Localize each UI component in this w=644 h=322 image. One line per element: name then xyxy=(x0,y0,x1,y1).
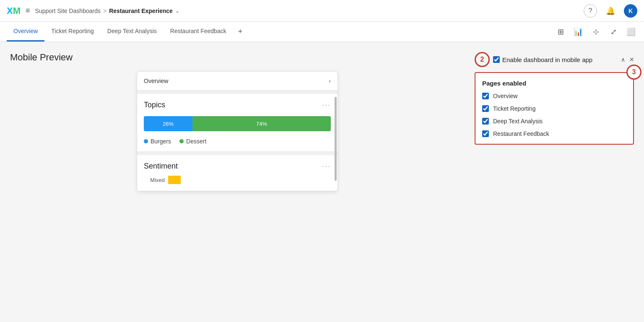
layout-icon[interactable]: ⊞ xyxy=(554,26,567,38)
chevron-up-icon[interactable]: ∧ xyxy=(621,56,625,63)
sentiment-title: Sentiment xyxy=(144,162,178,171)
legend-item-burgers: Burgers xyxy=(144,138,171,145)
top-nav: XM ≡ Support Site Dashboards > Restauran… xyxy=(0,0,644,22)
annotation-circle-3: 3 xyxy=(626,65,641,80)
add-tab-button[interactable]: + xyxy=(233,22,248,42)
breadcrumb-separator: > xyxy=(103,8,106,14)
sentiment-bar-yellow xyxy=(168,176,181,184)
legend-dot-green xyxy=(179,139,184,143)
page-name-deep-text-analysis: Deep Text Analysis xyxy=(493,118,543,125)
section-divider-2 xyxy=(137,152,338,155)
logo-m: M xyxy=(13,5,21,16)
tab-bar-left: Overview Ticket Reporting Deep Text Anal… xyxy=(7,22,247,42)
tab-overview[interactable]: Overview xyxy=(7,22,44,42)
pages-enabled-title: Pages enabled xyxy=(482,80,626,87)
bar-green: 74% xyxy=(192,116,331,131)
annotation-circle-2: 2 xyxy=(475,52,490,67)
sentiment-more-icon[interactable]: ··· xyxy=(322,162,331,171)
tab-bar-right: ⊞ 📊 ⊹ ⤢ ⬜ xyxy=(554,26,637,38)
avatar[interactable]: K xyxy=(624,4,637,18)
topics-bar-chart: 26% 74% xyxy=(144,116,331,131)
page-checkbox-deep-text-analysis[interactable] xyxy=(482,118,489,125)
mobile-frame: Overview › Topics ··· 26% 74% xyxy=(137,71,338,192)
topics-header: Topics ··· xyxy=(144,101,331,109)
logo-x: X xyxy=(7,5,13,16)
close-button[interactable]: × xyxy=(629,55,634,64)
enable-dashboard-row: 2 Enable dashboard in mobile app ∧ × xyxy=(475,52,634,67)
sentiment-bar-container xyxy=(168,176,331,184)
page-item-ticket-reporting: Ticket Reporting xyxy=(482,105,626,112)
topics-more-icon[interactable]: ··· xyxy=(322,101,331,109)
page-name-restaurant-feedback: Restaurant Feedback xyxy=(493,130,549,137)
page-item-restaurant-feedback: Restaurant Feedback xyxy=(482,130,626,137)
tab-ticket-reporting[interactable]: Ticket Reporting xyxy=(44,22,100,42)
chart-icon[interactable]: 📊 xyxy=(572,26,584,38)
breadcrumb-chevron-icon[interactable]: ⌄ xyxy=(175,8,179,14)
grid-icon[interactable]: ⊹ xyxy=(589,26,602,38)
breadcrumb-current[interactable]: Restaurant Experience xyxy=(109,8,173,14)
legend-label-dessert: Dessert xyxy=(186,138,206,145)
legend-label-burgers: Burgers xyxy=(151,138,171,145)
tab-deep-text-analysis[interactable]: Deep Text Analysis xyxy=(101,22,164,42)
section-divider xyxy=(137,91,338,94)
legend-item-dessert: Dessert xyxy=(179,138,206,145)
export-icon[interactable]: ⬜ xyxy=(625,26,637,38)
page-title: Mobile Preview xyxy=(10,52,465,63)
mobile-topics-section: Topics ··· 26% 74% Burgers xyxy=(137,94,338,152)
sentiment-header: Sentiment ··· xyxy=(144,162,331,171)
scrollbar-thumb xyxy=(335,97,337,181)
page-name-ticket-reporting: Ticket Reporting xyxy=(493,105,535,112)
sentiment-mixed-label: Mixed xyxy=(144,177,165,183)
right-panel: 2 Enable dashboard in mobile app ∧ × 3 P… xyxy=(475,52,634,322)
chart-legend: Burgers Dessert xyxy=(144,138,331,145)
mobile-overview-chevron-icon: › xyxy=(329,78,331,84)
pages-panel: 3 Pages enabled Overview Ticket Reportin… xyxy=(475,72,634,145)
page-checkbox-restaurant-feedback[interactable] xyxy=(482,130,489,137)
page-checkbox-overview[interactable] xyxy=(482,93,489,99)
bell-icon[interactable]: 🔔 xyxy=(604,4,617,18)
bar-blue: 26% xyxy=(144,116,192,131)
hamburger-menu[interactable]: ≡ xyxy=(26,6,30,15)
page-name-overview: Overview xyxy=(493,93,517,99)
page-item-deep-text-analysis: Deep Text Analysis xyxy=(482,118,626,125)
nav-right: ? 🔔 K xyxy=(584,4,637,18)
mobile-overview-label: Overview xyxy=(144,78,168,84)
mobile-scrollbar[interactable] xyxy=(335,72,337,191)
enable-mobile-checkbox[interactable] xyxy=(493,56,500,63)
share-icon[interactable]: ⤢ xyxy=(607,26,620,38)
breadcrumb: Support Site Dashboards > Restaurant Exp… xyxy=(35,8,179,14)
mobile-sentiment-section: Sentiment ··· Mixed xyxy=(137,155,338,191)
legend-dot-blue xyxy=(144,139,148,143)
tab-restaurant-feedback[interactable]: Restaurant Feedback xyxy=(164,22,233,42)
tab-bar: Overview Ticket Reporting Deep Text Anal… xyxy=(0,22,644,42)
xm-logo[interactable]: XM xyxy=(7,5,21,16)
left-panel: Mobile Preview Overview › Topics ··· 26% xyxy=(10,52,465,322)
page-item-overview: Overview xyxy=(482,93,626,99)
nav-left: XM ≡ Support Site Dashboards > Restauran… xyxy=(7,5,179,16)
help-icon[interactable]: ? xyxy=(584,4,597,18)
main-content: Mobile Preview Overview › Topics ··· 26% xyxy=(0,42,644,322)
topics-title: Topics xyxy=(144,101,165,109)
mobile-overview-header[interactable]: Overview › xyxy=(137,72,338,91)
page-checkbox-ticket-reporting[interactable] xyxy=(482,105,489,112)
sentiment-mixed-row: Mixed xyxy=(144,176,331,184)
enable-label: Enable dashboard in mobile app xyxy=(502,56,618,63)
mobile-preview-container: Overview › Topics ··· 26% 74% xyxy=(10,71,465,192)
breadcrumb-root[interactable]: Support Site Dashboards xyxy=(35,8,101,14)
